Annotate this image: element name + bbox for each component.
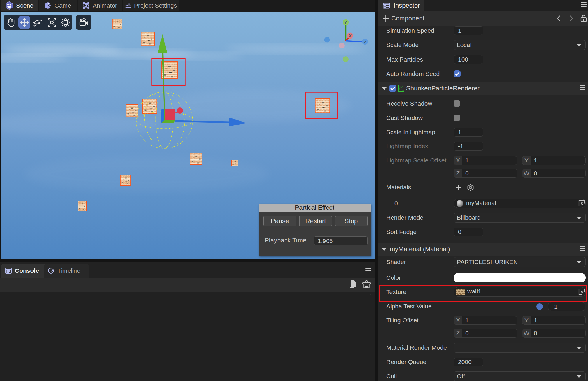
svg-text:Z: Z	[364, 39, 366, 44]
svg-text:3D: 3D	[401, 90, 404, 92]
svg-text:Y: Y	[344, 20, 347, 25]
svg-text:X: X	[349, 33, 352, 38]
